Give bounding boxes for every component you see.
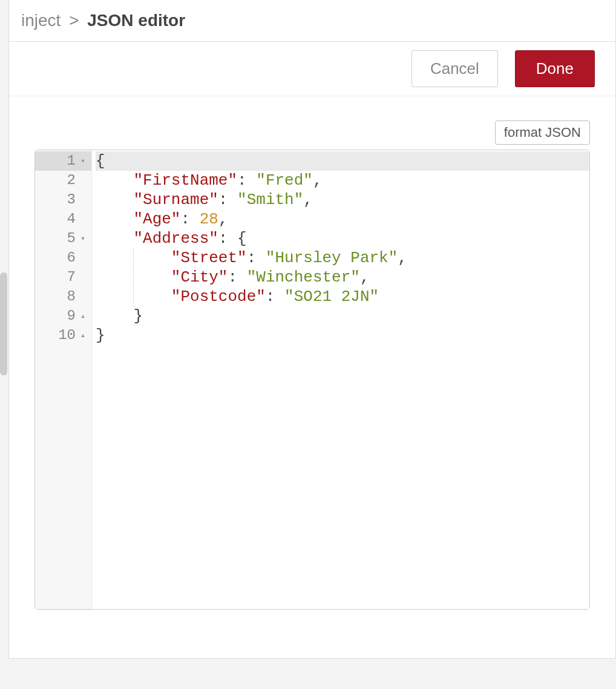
json-editor: 1▾2345▾6789▴10▴ { "FirstName": "Fred", "… [34,150,590,610]
editor-body[interactable]: 1▾2345▾6789▴10▴ { "FirstName": "Fred", "… [35,150,589,609]
cancel-button[interactable]: Cancel [411,50,498,87]
page-scrollbar[interactable] [0,272,7,375]
token-key: "Age" [133,210,180,228]
line-number: 5 [67,229,78,248]
line-number: 3 [67,190,78,209]
token-num: 28 [200,210,218,228]
gutter-line: 7 [35,268,91,287]
content-area: format JSON 1▾2345▾6789▴10▴ { "FirstName… [9,96,615,659]
token-key: "Postcode" [171,288,266,306]
token-colon: : [218,229,237,248]
code-line[interactable]: } [96,306,589,326]
token-comma: , [360,268,370,286]
breadcrumb-current: JSON editor [87,11,185,30]
done-button[interactable]: Done [515,50,595,87]
token-key: "Address" [133,229,218,248]
indent-guide [133,268,134,287]
token-comma: , [218,210,228,228]
indent-guide [133,287,134,306]
fold-close-icon[interactable]: ▴ [78,326,88,345]
line-number: 2 [67,171,78,190]
format-json-button[interactable]: format JSON [495,120,590,145]
gutter-line: 1▾ [35,151,91,171]
gutter-line: 6 [35,248,91,268]
gutter-line: 2 [35,171,91,190]
line-number: 6 [67,248,78,268]
token-str: "Smith" [237,191,303,209]
editor-gutter: 1▾2345▾6789▴10▴ [35,150,92,609]
token-brace: { [237,229,247,248]
line-number: 9 [67,306,78,326]
token-key: "Street" [171,249,247,267]
fold-open-icon[interactable]: ▾ [78,229,88,248]
token-colon: : [247,249,266,267]
gutter-line: 8 [35,287,91,306]
token-brace: { [96,152,105,170]
fold-close-icon[interactable]: ▴ [78,306,88,326]
token-colon: : [218,191,237,209]
code-line[interactable]: "Street": "Hursley Park", [96,248,589,268]
code-line[interactable]: "FirstName": "Fred", [96,171,589,190]
token-key: "City" [171,268,228,286]
code-line[interactable]: "City": "Winchester", [96,268,589,287]
token-key: "Surname" [133,191,218,209]
token-colon: : [180,210,199,228]
code-line[interactable]: "Age": 28, [96,209,589,229]
token-str: "Winchester" [247,268,360,286]
token-str: "Hursley Park" [266,249,398,267]
breadcrumb-separator: > [69,11,79,30]
line-number: 7 [67,268,78,287]
editor-code[interactable]: { "FirstName": "Fred", "Surname": "Smith… [92,150,589,609]
toolbar: Cancel Done [9,42,615,96]
token-brace: } [96,326,105,344]
breadcrumb: inject > JSON editor [9,0,615,42]
token-comma: , [398,249,407,267]
line-number: 8 [67,287,78,306]
code-line[interactable]: "Postcode": "SO21 2JN" [96,287,589,306]
line-number: 10 [58,326,78,345]
editor-panel: inject > JSON editor Cancel Done format … [8,0,616,659]
code-line[interactable]: "Surname": "Smith", [96,190,589,209]
token-colon: : [228,268,246,286]
line-number: 1 [67,151,78,171]
indent-guide [133,248,134,268]
code-line[interactable]: } [96,326,589,345]
code-line[interactable]: { [96,151,589,171]
gutter-line: 10▴ [35,326,91,345]
token-comma: , [313,171,323,190]
line-number: 4 [67,209,78,229]
token-key: "FirstName" [133,171,237,190]
code-line[interactable]: "Address": { [96,229,589,248]
gutter-line: 4 [35,209,91,229]
gutter-line: 9▴ [35,306,91,326]
token-brace: } [133,307,143,325]
token-colon: : [266,288,284,306]
token-comma: , [303,191,313,209]
token-colon: : [237,171,256,190]
token-str: "Fred" [256,171,313,190]
gutter-line: 3 [35,190,91,209]
token-str: "SO21 2JN" [284,288,379,306]
fold-open-icon[interactable]: ▾ [78,151,88,171]
gutter-line: 5▾ [35,229,91,248]
breadcrumb-parent[interactable]: inject [21,11,61,30]
